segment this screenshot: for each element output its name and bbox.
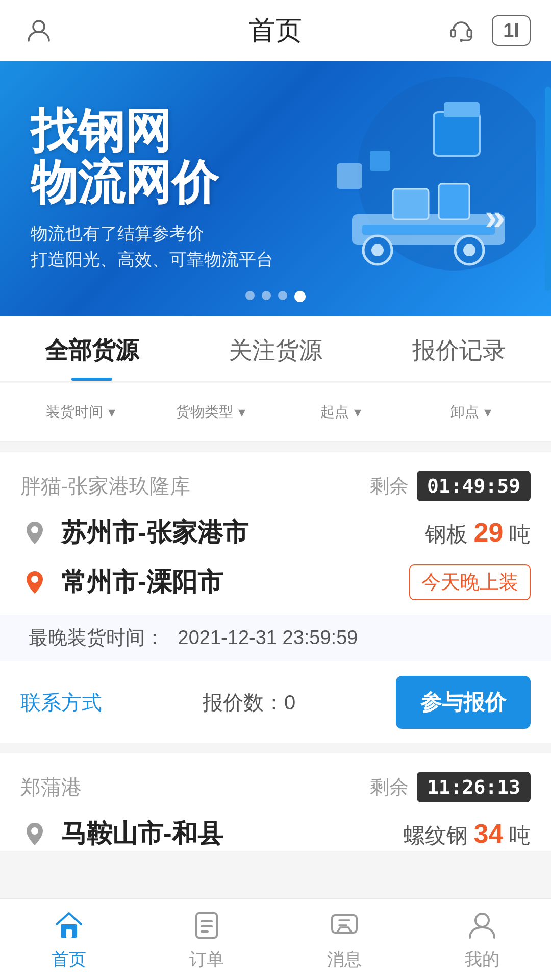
quote-count: 报价数：0 [102,689,396,717]
filter-cargo-type[interactable]: 货物类型 ▾ [145,393,276,431]
card-header: 胖猫-张家港玖隆库 剩余 01:49:59 [20,471,531,501]
svg-point-19 [31,576,38,583]
banner-title-line1: 找钢网 物流网价 [31,105,273,208]
banner-subtitle: 物流也有了结算参考价 打造阳光、高效、可靠物流平台 [31,220,273,273]
header-left [20,12,57,49]
loading-tag: 今天晚上装 [409,564,531,600]
svg-point-8 [371,244,384,256]
order-icon [189,908,224,943]
dot-4[interactable] [294,291,306,302]
profile-icon [465,908,499,943]
svg-rect-17 [370,151,390,171]
filter-destination[interactable]: 卸点 ▾ [406,393,536,431]
nav-message-label: 消息 [327,948,362,971]
card2-timer-value: 11:26:13 [417,772,531,802]
timer-value: 01:49:59 [417,471,531,501]
header: 首页 1l [0,0,551,61]
card2-origin-city: 马鞍山市-和县 [61,817,404,851]
card2-origin-route: 马鞍山市-和县 螺纹钢 34 吨 [20,817,531,851]
svg-rect-27 [332,915,357,933]
cargo-info: 钢板 29 吨 [425,517,531,549]
banner-arrow [459,225,510,265]
user-icon-btn[interactable] [20,12,57,49]
card2-cargo-info: 螺纹钢 34 吨 [404,818,531,850]
banner-decoration: » [291,71,536,306]
destination-city: 常州市-溧阳市 [61,565,409,599]
svg-rect-12 [439,184,469,219]
tab-quote-history[interactable]: 报价记录 [367,316,551,381]
notification-icon-btn[interactable]: 1l [492,15,531,46]
tab-all-cargo[interactable]: 全部货源 [0,316,184,381]
cargo-card-1: 胖猫-张家港玖隆库 剩余 01:49:59 苏州市-张家港市 钢板 29 吨 [0,452,551,743]
card2-origin-pin-icon [20,820,49,848]
card-footer: 联系方式 报价数：0 参与报价 [20,661,531,743]
scrollbar[interactable] [545,87,551,291]
timer-label: 剩余 [370,473,409,499]
banner-dots [245,291,306,302]
banner: 找钢网 物流网价 物流也有了结算参考价 打造阳光、高效、可靠物流平台 [0,61,551,316]
dot-2[interactable] [262,291,271,300]
svg-point-0 [33,21,44,32]
latest-time-bar: 最晚装货时间： 2021-12-31 23:59:59 [0,615,551,661]
message-icon [327,908,362,943]
warehouse-name: 胖猫-张家港玖隆库 [20,472,190,500]
svg-rect-1 [451,30,455,37]
chevron-icon: ▾ [484,404,491,421]
card2-header: 郑蒲港 剩余 11:26:13 [20,772,531,802]
svg-rect-2 [467,30,471,37]
svg-point-18 [31,526,38,533]
nav-home-label: 首页 [52,948,86,971]
quote-button[interactable]: 参与报价 [396,676,531,729]
card2-warehouse-name: 郑蒲港 [20,773,82,801]
dot-1[interactable] [245,291,255,300]
chevron-icon: ▾ [354,404,361,421]
svg-point-3 [460,39,463,42]
header-right: 1l [443,12,531,49]
chevron-icon: ▾ [238,404,245,421]
cargo-card-2: 郑蒲港 剩余 11:26:13 马鞍山市-和县 螺纹钢 34 吨 [0,753,551,851]
origin-route: 苏州市-张家港市 钢板 29 吨 [20,516,531,550]
chevron-icon: ▾ [108,404,115,421]
svg-rect-16 [337,163,362,189]
card2-countdown-timer: 剩余 11:26:13 [370,772,531,802]
countdown-timer: 剩余 01:49:59 [370,471,531,501]
origin-city: 苏州市-张家港市 [61,516,425,550]
nav-profile-label: 我的 [465,948,499,971]
destination-pin-icon [20,568,49,597]
filter-origin[interactable]: 起点 ▾ [276,393,406,431]
svg-point-20 [31,827,38,835]
tab-watched-cargo[interactable]: 关注货源 [184,316,367,381]
filter-loading-time[interactable]: 装货时间 ▾ [15,393,145,431]
nav-order[interactable]: 订单 [138,899,276,980]
filters-bar: 装货时间 ▾ 货物类型 ▾ 起点 ▾ 卸点 ▾ [0,383,551,442]
destination-route: 常州市-溧阳市 今天晚上装 [20,564,531,600]
svg-rect-11 [393,189,429,219]
card2-timer-label: 剩余 [370,774,409,800]
notification-badge: 1l [503,20,519,42]
headset-icon-btn[interactable] [443,12,480,49]
nav-order-label: 订单 [189,948,224,971]
svg-rect-22 [66,929,72,938]
dot-3[interactable] [278,291,287,300]
nav-profile[interactable]: 我的 [413,899,551,980]
home-icon [52,908,86,943]
bottom-navigation: 首页 订单 消息 [0,898,551,980]
svg-rect-14 [444,102,480,117]
nav-message[interactable]: 消息 [276,899,413,980]
page-title: 首页 [249,13,302,48]
svg-point-30 [475,914,489,927]
tabs-bar: 全部货源 关注货源 报价记录 [0,316,551,382]
contact-link[interactable]: 联系方式 [20,689,102,717]
banner-text: 找钢网 物流网价 物流也有了结算参考价 打造阳光、高效、可靠物流平台 [31,105,273,273]
nav-home[interactable]: 首页 [0,899,138,980]
svg-rect-13 [434,112,480,156]
origin-pin-icon [20,519,49,547]
